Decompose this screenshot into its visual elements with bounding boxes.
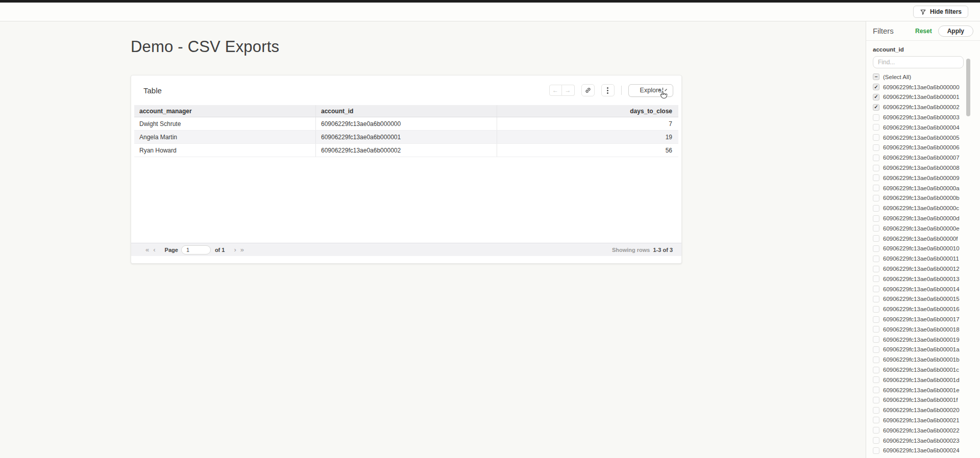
checkbox-unchecked-icon[interactable]: [873, 427, 879, 434]
back-arrow-icon[interactable]: ←: [549, 85, 562, 96]
filter-option[interactable]: 60906229fc13ae0a6b000004: [866, 122, 980, 133]
checkbox-checked-icon[interactable]: ✓: [873, 104, 879, 111]
filter-option[interactable]: 60906229fc13ae0a6b000022: [866, 425, 980, 436]
filter-option[interactable]: 60906229fc13ae0a6b000009: [866, 173, 980, 183]
checkbox-unchecked-icon[interactable]: [873, 437, 879, 444]
checkbox-unchecked-icon[interactable]: [873, 357, 879, 363]
last-page-button[interactable]: »: [238, 246, 246, 253]
checkbox-unchecked-icon[interactable]: [873, 256, 879, 262]
filter-option[interactable]: 60906229fc13ae0a6b00000b: [866, 193, 980, 203]
checkbox-unchecked-icon[interactable]: [873, 336, 879, 343]
scrollbar-thumb[interactable]: [966, 59, 970, 116]
filter-search-input[interactable]: [873, 56, 964, 68]
filter-option[interactable]: 60906229fc13ae0a6b00000d: [866, 213, 980, 223]
checkbox-unchecked-icon[interactable]: [873, 306, 879, 313]
hide-filters-button[interactable]: Hide filters: [913, 6, 968, 18]
checkbox-unchecked-icon[interactable]: [873, 286, 879, 292]
checkbox-unchecked-icon[interactable]: [873, 144, 879, 151]
checkbox-unchecked-icon[interactable]: [873, 155, 879, 161]
forward-arrow-icon[interactable]: →: [562, 85, 575, 96]
checkbox-unchecked-icon[interactable]: [873, 397, 879, 403]
filter-option[interactable]: 60906229fc13ae0a6b00001d: [866, 375, 980, 385]
filter-option[interactable]: 60906229fc13ae0a6b000018: [866, 324, 980, 335]
filter-option[interactable]: 60906229fc13ae0a6b00000a: [866, 183, 980, 193]
column-header-account-id[interactable]: account_id: [316, 105, 497, 117]
card-menu-button[interactable]: [601, 84, 615, 96]
reset-filters-link[interactable]: Reset: [915, 28, 932, 35]
checkbox-checked-icon[interactable]: ✓: [873, 84, 879, 90]
filter-option[interactable]: 60906229fc13ae0a6b000023: [866, 436, 980, 446]
filter-option[interactable]: 60906229fc13ae0a6b00000f: [866, 234, 980, 244]
filter-option[interactable]: 60906229fc13ae0a6b000006: [866, 143, 980, 153]
prev-page-button[interactable]: ‹: [151, 246, 157, 253]
checkbox-unchecked-icon[interactable]: [873, 266, 879, 272]
apply-filters-button[interactable]: Apply: [938, 26, 973, 37]
filter-option[interactable]: 60906229fc13ae0a6b000010: [866, 244, 980, 254]
filter-option[interactable]: ✓60906229fc13ae0a6b000000: [866, 82, 980, 92]
checkbox-unchecked-icon[interactable]: [873, 296, 879, 302]
checkbox-unchecked-icon[interactable]: [873, 195, 879, 201]
checkbox-unchecked-icon[interactable]: [873, 367, 879, 373]
table-row[interactable]: Ryan Howard 60906229fc13ae0a6b000002 56: [134, 144, 678, 157]
filter-option[interactable]: 60906229fc13ae0a6b000015: [866, 294, 980, 304]
checkbox-indeterminate-icon[interactable]: –: [873, 73, 879, 80]
checkbox-unchecked-icon[interactable]: [873, 326, 879, 333]
filter-option[interactable]: 60906229fc13ae0a6b000012: [866, 264, 980, 274]
filter-option[interactable]: 60906229fc13ae0a6b000008: [866, 163, 980, 173]
checkbox-unchecked-icon[interactable]: [873, 447, 879, 454]
checkbox-unchecked-icon[interactable]: [873, 114, 879, 121]
checkbox-unchecked-icon[interactable]: [873, 235, 879, 242]
checkbox-unchecked-icon[interactable]: [873, 124, 879, 131]
share-link-button[interactable]: [581, 84, 595, 96]
first-page-button[interactable]: «: [143, 246, 151, 253]
filter-option[interactable]: 60906229fc13ae0a6b00001e: [866, 385, 980, 395]
filter-option[interactable]: ✓60906229fc13ae0a6b000002: [866, 102, 980, 112]
checkbox-unchecked-icon[interactable]: [873, 417, 879, 423]
checkbox-checked-icon[interactable]: ✓: [873, 94, 879, 100]
filter-option[interactable]: 60906229fc13ae0a6b000005: [866, 133, 980, 143]
explore-button[interactable]: Explore: [628, 84, 673, 97]
checkbox-unchecked-icon[interactable]: [873, 225, 879, 232]
filter-option[interactable]: 60906229fc13ae0a6b000014: [866, 284, 980, 294]
checkbox-unchecked-icon[interactable]: [873, 165, 879, 171]
checkbox-unchecked-icon[interactable]: [873, 387, 879, 393]
filter-option[interactable]: 60906229fc13ae0a6b000007: [866, 152, 980, 163]
filter-option[interactable]: 60906229fc13ae0a6b00000e: [866, 223, 980, 234]
filter-option[interactable]: 60906229fc13ae0a6b000017: [866, 314, 980, 324]
filter-option[interactable]: 60906229fc13ae0a6b000024: [866, 445, 980, 455]
filter-option[interactable]: 60906229fc13ae0a6b000020: [866, 405, 980, 415]
checkbox-unchecked-icon[interactable]: [873, 316, 879, 323]
checkbox-unchecked-icon[interactable]: [873, 346, 879, 353]
filter-option[interactable]: 60906229fc13ae0a6b00001c: [866, 365, 980, 375]
checkbox-unchecked-icon[interactable]: [873, 407, 879, 414]
checkbox-unchecked-icon[interactable]: [873, 205, 879, 212]
checkbox-unchecked-icon[interactable]: [873, 215, 879, 222]
checkbox-unchecked-icon[interactable]: [873, 275, 879, 282]
filter-option-label: 60906229fc13ae0a6b00000e: [883, 225, 960, 232]
filter-option[interactable]: –(Select All): [866, 72, 980, 82]
checkbox-unchecked-icon[interactable]: [873, 174, 879, 181]
table-row[interactable]: Angela Martin 60906229fc13ae0a6b000001 1…: [134, 131, 678, 144]
column-header-account-manager[interactable]: account_manager: [134, 105, 316, 117]
filter-option[interactable]: 60906229fc13ae0a6b000019: [866, 335, 980, 345]
filter-option[interactable]: ✓60906229fc13ae0a6b000001: [866, 92, 980, 103]
filter-option-label: 60906229fc13ae0a6b000018: [883, 326, 960, 333]
filter-option[interactable]: 60906229fc13ae0a6b000021: [866, 415, 980, 425]
checkbox-unchecked-icon[interactable]: [873, 376, 879, 383]
funnel-icon: [920, 9, 926, 15]
filter-option[interactable]: 60906229fc13ae0a6b000011: [866, 253, 980, 264]
filter-option[interactable]: 60906229fc13ae0a6b000016: [866, 304, 980, 314]
filter-option[interactable]: 60906229fc13ae0a6b00001b: [866, 354, 980, 365]
checkbox-unchecked-icon[interactable]: [873, 185, 879, 191]
filter-option[interactable]: 60906229fc13ae0a6b000013: [866, 274, 980, 284]
next-page-button[interactable]: ›: [232, 246, 238, 253]
page-number-input[interactable]: [181, 245, 211, 255]
filter-option[interactable]: 60906229fc13ae0a6b00000c: [866, 203, 980, 213]
column-header-days-to-close[interactable]: days_to_close: [497, 105, 678, 117]
filter-option[interactable]: 60906229fc13ae0a6b00001a: [866, 345, 980, 355]
filter-option[interactable]: 60906229fc13ae0a6b000003: [866, 112, 980, 122]
filter-option[interactable]: 60906229fc13ae0a6b00001f: [866, 395, 980, 405]
checkbox-unchecked-icon[interactable]: [873, 245, 879, 252]
checkbox-unchecked-icon[interactable]: [873, 134, 879, 141]
table-row[interactable]: Dwight Schrute 60906229fc13ae0a6b000000 …: [134, 117, 678, 131]
